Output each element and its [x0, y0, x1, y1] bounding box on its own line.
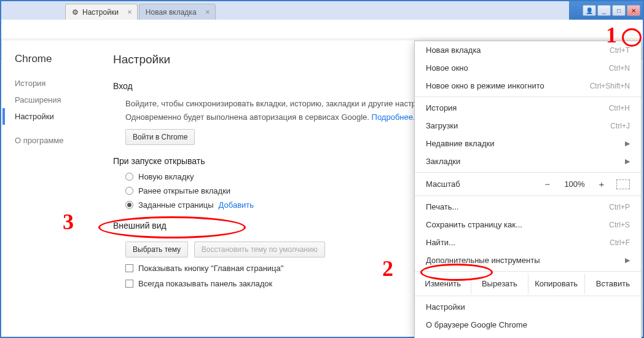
- login-desc-2: Одновременно будет выполнена авторизация…: [125, 112, 372, 122]
- tab-settings[interactable]: ⚙ Настройки ×: [65, 4, 138, 20]
- close-icon[interactable]: ×: [127, 7, 132, 17]
- radio-icon: [125, 173, 133, 181]
- menu-edit-label: Изменить: [415, 273, 471, 294]
- tab-strip: ⚙ Настройки × Новая вкладка ×: [1, 1, 569, 20]
- radio-label: Ранее открытые вкладки: [138, 186, 230, 195]
- tab-new[interactable]: Новая вкладка ×: [139, 4, 216, 20]
- reset-theme-button[interactable]: Восстановить тему по умолчанию: [194, 242, 325, 257]
- tab-label: Настройки: [82, 8, 119, 17]
- zoom-label: Масштаб: [426, 179, 533, 189]
- menu-new-window[interactable]: Новое окноCtrl+N: [415, 59, 641, 77]
- menu-help[interactable]: Справка▶: [415, 334, 641, 338]
- menu-bookmarks[interactable]: Закладки▶: [415, 152, 641, 170]
- menu-edit-row: Изменить Вырезать Копировать Вставить: [415, 273, 641, 294]
- menu-print[interactable]: Печать...Ctrl+P: [415, 198, 641, 216]
- chevron-right-icon: ▶: [625, 140, 630, 147]
- chrome-menu-dropdown: Новая вкладкаCtrl+T Новое окноCtrl+N Нов…: [414, 41, 642, 338]
- gear-icon: ⚙: [72, 8, 79, 17]
- radio-icon: [125, 187, 133, 195]
- minimize-button[interactable]: _: [597, 5, 611, 16]
- sidebar-item-about[interactable]: О программе: [15, 132, 95, 149]
- menu-new-tab[interactable]: Новая вкладкаCtrl+T: [415, 41, 641, 59]
- radio-label: Новую вкладку: [138, 172, 194, 181]
- close-icon[interactable]: ×: [205, 7, 210, 17]
- fullscreen-icon[interactable]: [616, 179, 630, 189]
- chevron-right-icon: ▶: [625, 256, 630, 264]
- menu-settings[interactable]: Настройки: [415, 298, 641, 316]
- sidebar-brand: Chrome: [15, 53, 95, 65]
- add-pages-link[interactable]: Добавить: [219, 200, 254, 210]
- menu-copy[interactable]: Копировать: [528, 273, 585, 294]
- sidebar-item-extensions[interactable]: Расширения: [15, 92, 95, 108]
- menu-save-as[interactable]: Сохранить страницу как...Ctrl+S: [415, 216, 641, 234]
- zoom-out-button[interactable]: −: [541, 179, 554, 189]
- choose-theme-button[interactable]: Выбрать тему: [125, 242, 188, 257]
- checkbox-icon: [125, 280, 133, 288]
- menu-zoom-row: Масштаб − 100% +: [415, 175, 641, 194]
- tab-label: Новая вкладка: [146, 8, 197, 17]
- maximize-button[interactable]: □: [612, 5, 626, 16]
- menu-incognito[interactable]: Новое окно в режиме инкогнитоCtrl+Shift+…: [415, 77, 641, 95]
- zoom-in-button[interactable]: +: [595, 179, 608, 189]
- window-close-button[interactable]: ✕: [627, 5, 640, 16]
- checkbox-label: Показывать кнопку "Главная страница": [138, 264, 283, 273]
- radio-label: Заданные страницы: [138, 200, 214, 210]
- settings-sidebar: Chrome История Расширения Настройки О пр…: [2, 41, 95, 336]
- sidebar-item-settings[interactable]: Настройки: [15, 108, 95, 125]
- chevron-right-icon: ▶: [625, 157, 630, 165]
- sidebar-item-history[interactable]: История: [15, 75, 95, 92]
- menu-cut[interactable]: Вырезать: [471, 273, 528, 294]
- zoom-value: 100%: [562, 179, 587, 189]
- menu-more-tools[interactable]: Дополнительные инструменты▶: [415, 251, 641, 269]
- menu-find[interactable]: Найти...Ctrl+F: [415, 234, 641, 251]
- checkbox-label: Всегда показывать панель закладок: [138, 279, 272, 288]
- sign-in-button[interactable]: Войти в Chrome: [125, 129, 195, 145]
- menu-about-chrome[interactable]: О браузере Google Chrome: [415, 316, 641, 334]
- radio-icon: [125, 201, 133, 209]
- menu-history[interactable]: ИсторияCtrl+H: [415, 99, 641, 117]
- checkbox-icon: [125, 264, 133, 272]
- menu-downloads[interactable]: ЗагрузкиCtrl+J: [415, 117, 641, 135]
- learn-more-link[interactable]: Подробнее...: [372, 112, 420, 122]
- user-icon[interactable]: 👤: [583, 5, 596, 16]
- menu-paste[interactable]: Вставить: [585, 273, 641, 294]
- menu-recent-tabs[interactable]: Недавние вкладки▶: [415, 135, 641, 152]
